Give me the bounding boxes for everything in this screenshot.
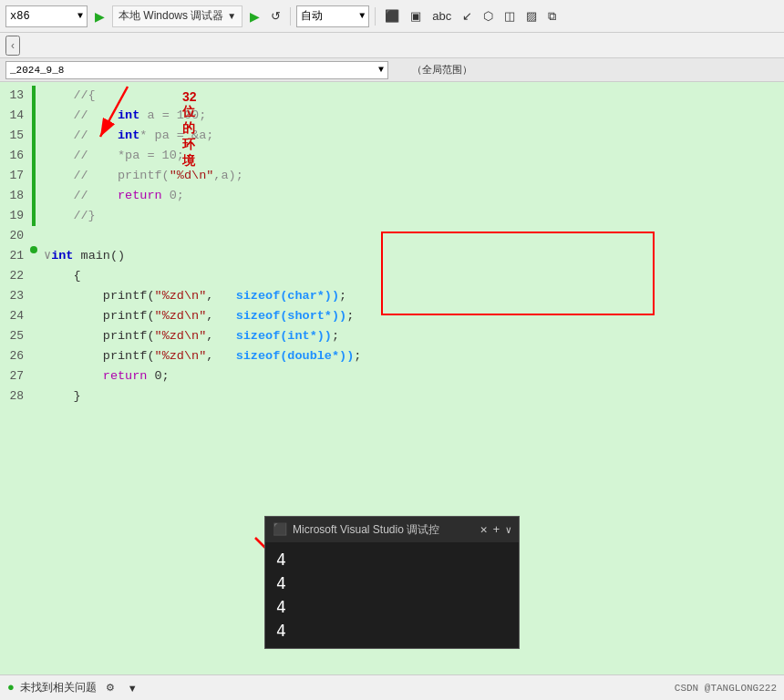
code-line-13: 13 //{ [0, 86, 784, 106]
terminal-body: 4 4 4 4 [265, 542, 519, 648]
code-line-16: 16 // *pa = 10; [0, 146, 784, 166]
status-settings-button[interactable]: ⚙ [102, 680, 119, 695]
code-line-24: 24 printf("%zd\n", sizeof(short*)); [0, 306, 784, 326]
line-code-25: printf("%zd\n", sizeof(int*)); [38, 326, 784, 346]
gutter-13 [29, 86, 38, 106]
gutter-14 [29, 106, 38, 126]
gutter-15 [29, 126, 38, 146]
line-code-15: // int* pa = &a; [38, 126, 784, 146]
line-num-14: 14 [0, 106, 29, 126]
local-debugger-button[interactable]: 本地 Windows 调试器 ▼ [112, 5, 242, 27]
code-line-19: 19 //} [0, 206, 784, 226]
code-line-21: 21 ∨int main() [0, 246, 784, 266]
icon-btn-7[interactable]: ▨ [522, 7, 541, 25]
line-num-21: 21 [0, 246, 29, 266]
line-code-24: printf("%zd\n", sizeof(short*)); [38, 306, 784, 326]
line-num-17: 17 [0, 166, 29, 186]
line-num-13: 13 [0, 86, 29, 106]
terminal-title: Microsoft Visual Studio 调试控 [293, 522, 475, 538]
line-num-27: 27 [0, 366, 29, 386]
code-line-27: 27 return 0; [0, 366, 784, 386]
code-line-25: 25 printf("%zd\n", sizeof(int*)); [0, 326, 784, 346]
scope-bar: _2024_9_8 ▼ （全局范围） [0, 58, 784, 82]
auto-arrow: ▼ [359, 11, 365, 21]
platform-label: x86 [10, 10, 30, 23]
line-code-21: ∨int main() [38, 246, 784, 266]
icon-btn-6[interactable]: ◫ [500, 7, 519, 25]
line-num-16: 16 [0, 146, 29, 166]
line-num-18: 18 [0, 186, 29, 206]
status-dropdown-button[interactable]: ▼ [124, 681, 141, 695]
terminal-output-2: 4 [276, 571, 508, 595]
navbar: ‹ [0, 33, 784, 58]
line-num-24: 24 [0, 306, 29, 326]
icon-btn-1[interactable]: ⬛ [381, 7, 403, 25]
line-code-23: printf("%zd\n", sizeof(char*)); [38, 286, 784, 306]
line-code-22: { [38, 266, 784, 286]
scope-label: （全局范围） [412, 63, 472, 77]
platform-arrow: ▼ [77, 11, 83, 21]
code-line-28: 28 } [0, 386, 784, 407]
file-dropdown[interactable]: _2024_9_8 ▼ [5, 61, 388, 79]
line-num-15: 15 [0, 126, 29, 146]
platform-dropdown[interactable]: x86 ▼ [5, 5, 88, 27]
code-line-17: 17 // printf("%d\n",a); [0, 166, 784, 186]
terminal-output-3: 4 [276, 595, 508, 619]
gutter-18 [29, 186, 38, 206]
gutter-16 [29, 146, 38, 166]
gutter-19 [29, 206, 38, 226]
code-line-14: 14 // int a = 100; [0, 106, 784, 126]
separator-2 [375, 7, 376, 26]
line-code-28: } [38, 386, 784, 407]
play2-button[interactable]: ▶ [246, 7, 263, 26]
status-text: 未找到相关问题 [20, 680, 97, 695]
auto-label: 自动 [301, 8, 323, 24]
gutter-21 [29, 246, 38, 253]
code-line-15: 15 // int* pa = &a; [0, 126, 784, 146]
status-bar: ● 未找到相关问题 ⚙ ▼ CSDN @TANGLONG222 [0, 674, 784, 700]
line-num-28: 28 [0, 386, 29, 407]
line-code-13: //{ [38, 86, 784, 106]
debugger-arrow: ▼ [227, 11, 236, 21]
status-icon: ● [7, 681, 15, 695]
nav-back[interactable]: ‹ [5, 36, 20, 56]
auto-dropdown[interactable]: 自动 ▼ [296, 5, 369, 27]
file-arrow: ▼ [378, 65, 384, 75]
code-line-23: 23 printf("%zd\n", sizeof(char*)); [0, 286, 784, 306]
code-line-20: 20 [0, 226, 784, 246]
terminal-add-button[interactable]: + [493, 523, 500, 537]
icon-btn-8[interactable]: ⧉ [544, 7, 560, 26]
line-code-26: printf("%zd\n", sizeof(double*)); [38, 346, 784, 366]
terminal-chevron-button[interactable]: ∨ [505, 524, 511, 536]
play-button[interactable]: ▶ [91, 7, 108, 26]
refresh-icon[interactable]: ↺ [267, 7, 284, 25]
gutter-17 [29, 166, 38, 186]
line-num-22: 22 [0, 266, 29, 286]
terminal-output-1: 4 [276, 548, 508, 571]
terminal-close-button[interactable]: ✕ [480, 522, 488, 537]
line-code-19: //} [38, 206, 784, 226]
line-num-26: 26 [0, 346, 29, 366]
terminal-icon: ⬛ [273, 522, 287, 537]
icon-btn-4[interactable]: ↙ [459, 7, 476, 25]
line-num-20: 20 [0, 226, 29, 246]
line-code-14: // int a = 100; [38, 106, 784, 126]
code-line-22: 22 { [0, 266, 784, 286]
terminal-output-4: 4 [276, 619, 508, 643]
line-code-18: // return 0; [38, 186, 784, 206]
line-code-27: return 0; [38, 366, 784, 386]
toolbar: x86 ▼ ▶ 本地 Windows 调试器 ▼ ▶ ↺ 自动 ▼ ⬛ ▣ ab… [0, 0, 784, 33]
terminal-titlebar: ⬛ Microsoft Visual Studio 调试控 ✕ + ∨ [265, 517, 519, 542]
line-code-16: // *pa = 10; [38, 146, 784, 166]
code-area: 13 //{ 14 // int a = 100; 15 // int* pa … [0, 82, 784, 674]
file-label: _2024_9_8 [10, 65, 64, 76]
line-num-19: 19 [0, 206, 29, 226]
icon-btn-5[interactable]: ⬡ [480, 7, 497, 25]
code-line-18: 18 // return 0; [0, 186, 784, 206]
icon-btn-2[interactable]: ▣ [407, 7, 425, 25]
icon-btn-3[interactable]: abc [428, 7, 455, 25]
line-num-25: 25 [0, 326, 29, 346]
status-right: CSDN @TANGLONG222 [675, 683, 777, 694]
line-code-17: // printf("%d\n",a); [38, 166, 784, 186]
code-line-26: 26 printf("%zd\n", sizeof(double*)); [0, 346, 784, 366]
